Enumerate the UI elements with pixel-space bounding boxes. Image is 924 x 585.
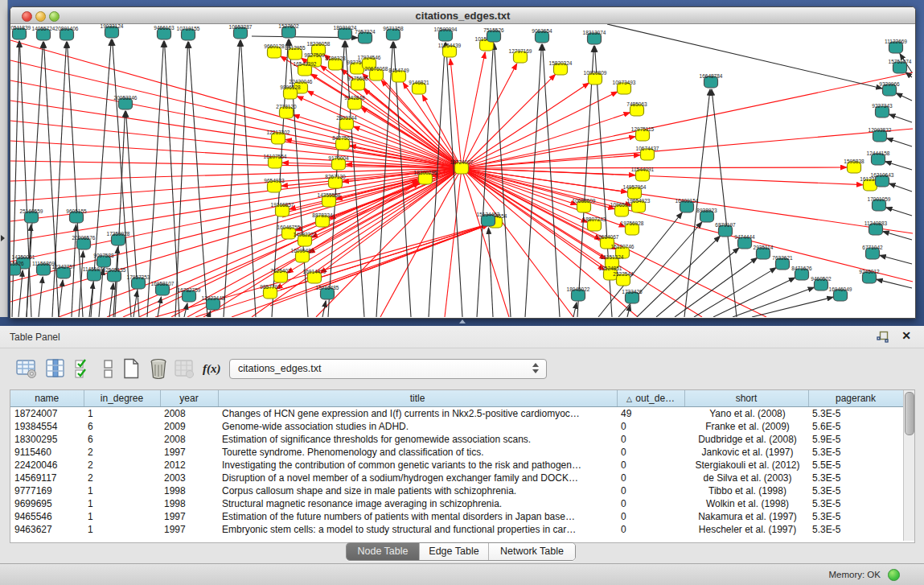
function-builder-icon[interactable]: f(x) [203,362,221,376]
cell-pagerank[interactable]: 5.3E-5 [808,407,903,421]
graph-node[interactable]: 9671358 [383,26,404,40]
citation-edge-red[interactable] [462,52,485,168]
cell-short[interactable]: Franke et al. (2009) [684,420,808,433]
graph-node[interactable]: 14055724 [32,26,55,40]
table-scrollbar-thumb[interactable] [905,392,914,435]
graph-node[interactable]: 2522544 [613,271,634,286]
cell-in_degree[interactable]: 1 [84,523,160,536]
cell-year[interactable]: 2003 [160,472,218,484]
table-row[interactable]: 1456911722003Disruption of a novel membe… [10,472,903,484]
table-row[interactable]: 1872400712008Changes of HCN gene express… [10,407,903,421]
cell-pagerank[interactable]: 5.3E-5 [808,472,903,484]
graph-node[interactable]: 16782759 [178,287,201,302]
cell-pagerank[interactable]: 5.3E-5 [808,446,903,459]
graph-node[interactable]: 10590994 [434,27,458,41]
node-table[interactable]: namein_degreeyeartitle△ out_de…shortpage… [10,389,915,543]
citation-edge-black[interactable] [896,93,912,101]
cell-out_de[interactable]: 0 [617,523,684,536]
network-window-titlebar[interactable]: citations_edges.txt [10,7,915,24]
graph-node[interactable]: 10688609 [573,198,596,212]
graph-node[interactable]: 1527602 [278,24,299,38]
citation-edge-black[interactable] [525,44,541,317]
cell-out_de[interactable]: 0 [617,510,684,523]
cell-out_de[interactable]: 0 [617,433,684,446]
float-panel-icon[interactable] [877,331,889,343]
citation-edge-black[interactable] [115,111,125,317]
cell-in_degree[interactable]: 1 [84,497,160,510]
citation-edge-black[interactable] [19,41,31,317]
cell-short[interactable]: Nakamura et al. (1997) [684,510,808,523]
network-canvas[interactable]: 1872400796601288912955182260589827509165… [10,24,914,317]
citation-edge-red[interactable] [445,168,462,317]
graph-node[interactable]: 9660128 [264,43,285,58]
citation-edge-black[interactable] [752,297,833,317]
select-all-icon[interactable] [74,358,95,379]
column-header-in_degree[interactable]: in_degree [84,390,160,407]
table-row[interactable]: 946554611997Estimation of the future num… [10,510,903,523]
graph-node[interactable]: 11122669 [885,39,907,53]
graph-node[interactable]: 16107554 [264,154,287,168]
cell-title[interactable]: Estimation of significance thresholds fo… [218,433,617,446]
cell-year[interactable]: 2009 [160,420,218,433]
graph-node[interactable]: 16409154 [676,198,699,212]
cell-short[interactable]: Yano et al. (2008) [684,407,808,421]
cell-pagerank[interactable]: 5.3E-5 [808,510,903,523]
graph-node[interactable]: 20676068 [365,66,388,80]
unselect-all-icon[interactable] [98,358,119,379]
graph-node[interactable]: 10920809 [584,70,607,84]
tab-network-table[interactable]: Network Table [489,543,575,560]
graph-node[interactable]: 6771042 [862,245,883,259]
column-header-title[interactable]: title [218,390,617,407]
citation-edge-red[interactable] [462,167,847,168]
column-header-short[interactable]: short [684,390,808,407]
cell-title[interactable]: Changes of HCN gene expression and I(f) … [218,407,617,421]
graph-node[interactable]: 12797169 [509,48,532,63]
cell-short[interactable]: Dudbridge et al. (2008) [684,433,808,446]
cell-year[interactable]: 2008 [160,433,218,446]
graph-node[interactable]: 10719155 [177,26,200,40]
graph-node[interactable]: 9227343 [872,103,893,117]
citation-edge-black[interactable] [885,162,912,170]
graph-node[interactable]: 12505135 [103,267,126,282]
left-panel-divider[interactable] [0,0,8,317]
graph-node[interactable]: 16543392 [294,61,317,76]
table-row[interactable]: 977716911998Corpus callosum shape and si… [10,484,903,497]
table-row[interactable]: 2242004622012Investigating the contribut… [10,459,903,472]
graph-node[interactable]: 7632621 [772,255,793,270]
graph-node[interactable]: 19033124 [101,24,124,38]
cell-name[interactable]: 18724007 [10,407,84,421]
table-mode-icon[interactable] [16,358,37,379]
cell-pagerank[interactable]: 5.6E-5 [808,420,903,433]
table-row[interactable]: 946362711997Embryonic stem cells: a mode… [10,523,903,536]
graph-node[interactable]: 14982222 [294,232,317,246]
graph-node[interactable]: 9605155 [66,208,87,223]
cell-in_degree[interactable]: 1 [84,407,160,421]
cell-short[interactable]: de Silva et al. (2003) [684,472,808,484]
cell-out_de[interactable]: 0 [617,472,684,484]
cell-short[interactable]: Tibbo et al. (1998) [684,484,808,497]
cell-in_degree[interactable]: 2 [84,446,160,459]
tab-node-table[interactable]: Node Table [347,543,420,560]
cell-out_de[interactable]: 0 [617,484,684,497]
graph-node[interactable]: 10973493 [613,80,636,94]
column-header-out_de[interactable]: △ out_de… [617,390,684,407]
cell-in_degree[interactable]: 2 [84,459,160,472]
cell-in_degree[interactable]: 6 [84,420,160,433]
graph-node[interactable]: 8454749 [388,68,409,82]
graph-node[interactable]: 9654933 [264,178,285,192]
delete-column-icon[interactable] [148,358,169,379]
citation-edge-black[interactable] [59,280,63,317]
graph-node[interactable]: 19756928 [621,220,644,235]
graph-node[interactable]: 2935114 [754,245,774,259]
cell-out_de[interactable]: 49 [617,407,684,421]
divider-collapse-icon[interactable] [1,235,5,241]
graph-node[interactable]: 10653287 [229,24,253,39]
graph-node[interactable]: 6879197 [715,222,736,237]
graph-node[interactable]: 7957224 [355,29,376,43]
citation-edge-red[interactable] [462,74,556,168]
citation-edge-black[interactable] [39,277,43,317]
citation-edge-red[interactable] [10,161,462,168]
citation-edge-black[interactable] [887,138,912,146]
graph-node[interactable]: 11254439 [438,43,462,57]
panel-splitter-handle[interactable] [459,319,466,323]
